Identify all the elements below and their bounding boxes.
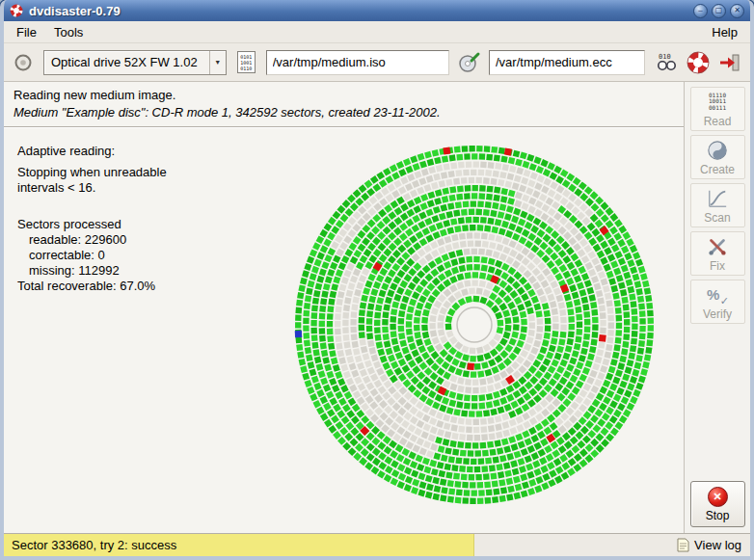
preferences-button[interactable]: 010: [653, 49, 679, 75]
chevron-down-icon: ▼: [209, 51, 226, 74]
create-button[interactable]: Create: [690, 135, 745, 179]
reading-note-line2: intervals < 16.: [17, 180, 167, 196]
sectors-heading: Sectors processed: [17, 217, 167, 232]
correctable-label: correctable:: [29, 248, 94, 262]
stop-icon: ✕: [708, 487, 728, 507]
help-button[interactable]: [685, 49, 711, 75]
verify-icon: % ✓: [707, 283, 728, 307]
total-label: Total recoverable:: [17, 279, 117, 293]
status-message: Sector 333680, try 2: success: [4, 534, 474, 556]
total-value: 67.0%: [120, 279, 155, 293]
window-title: dvdisaster-0.79: [29, 4, 121, 18]
view-log-button[interactable]: View log: [668, 538, 750, 552]
reading-note-line1: Stopping when unreadable: [17, 165, 167, 180]
quit-icon: [718, 51, 741, 74]
fix-label: Fix: [710, 259, 725, 273]
reading-panel: Adaptive reading: Stopping when unreadab…: [4, 128, 684, 533]
read-label: Read: [704, 115, 732, 128]
content-area: Reading new medium image. Medium "Exampl…: [4, 82, 750, 533]
total-recoverable: Total recoverable: 67.0%: [17, 279, 167, 294]
glasses-binary-icon: 010: [655, 51, 678, 74]
menu-item-tools[interactable]: Tools: [45, 23, 92, 41]
stop-label: Stop: [706, 509, 730, 522]
image-file-icon: 0101 1001 0110: [234, 50, 258, 75]
read-button[interactable]: 01110 10011 00111 Read: [690, 87, 745, 131]
lifebuoy-icon: [687, 51, 710, 74]
image-file-glyph: 0101 1001 0110: [240, 54, 252, 71]
statusbar: Sector 333680, try 2: success View log: [4, 533, 750, 556]
correctable-value: 0: [98, 248, 105, 262]
drive-selector-value: Optical drive 52X FW 1.02: [44, 55, 209, 69]
sidebar: 01110 10011 00111 Read Create: [684, 82, 750, 533]
menu-item-file[interactable]: File: [8, 23, 45, 41]
message-line-1: Reading new medium image.: [13, 88, 674, 102]
readable-value: 229600: [85, 232, 126, 247]
view-log-label: View log: [694, 538, 741, 552]
verify-label: Verify: [703, 307, 732, 321]
ecc-file-input[interactable]: [489, 50, 645, 75]
message-line-2: Medium "Example disc": CD-R mode 1, 3425…: [13, 105, 674, 120]
scan-icon: [707, 187, 728, 210]
drive-selector[interactable]: Optical drive 52X FW 1.02 ▼: [43, 50, 227, 75]
fix-button[interactable]: Fix: [690, 231, 745, 276]
maximize-button[interactable]: ▢: [712, 4, 726, 18]
drive-icon: [12, 50, 36, 75]
adaptive-reading-heading: Adaptive reading:: [17, 144, 167, 159]
fix-icon: [707, 235, 728, 258]
missing-value: 112992: [78, 263, 119, 278]
missing-label: missing:: [29, 263, 75, 278]
toolbar: Optical drive 52X FW 1.02 ▼ 0101 1001 01…: [4, 43, 750, 82]
message-area: Reading new medium image. Medium "Exampl…: [4, 82, 684, 126]
scan-label: Scan: [704, 211, 730, 225]
readable-row: readable: 229600: [17, 232, 167, 248]
verify-button[interactable]: % ✓ Verify: [690, 280, 745, 324]
menu-item-help[interactable]: Help: [703, 23, 746, 41]
image-file-input[interactable]: [266, 50, 449, 75]
readable-label: readable:: [29, 232, 81, 247]
titlebar[interactable]: dvdisaster-0.79 – ▢ ✕: [4, 0, 750, 21]
create-label: Create: [700, 163, 735, 176]
ecc-file-icon: [457, 50, 481, 75]
app-icon: [10, 4, 23, 17]
minimize-button[interactable]: –: [693, 4, 708, 18]
read-icon: 01110 10011 00111: [709, 91, 726, 114]
scan-button[interactable]: Scan: [690, 183, 745, 227]
app-window: dvdisaster-0.79 – ▢ ✕ File Tools Help Op…: [0, 0, 754, 560]
missing-row: missing: 112992: [17, 263, 167, 279]
quit-button[interactable]: [716, 49, 742, 75]
close-button[interactable]: ✕: [730, 4, 744, 18]
create-icon: [707, 139, 728, 162]
correctable-row: correctable: 0: [17, 248, 167, 263]
disc-spiral-visualization: [282, 132, 667, 518]
log-icon: [677, 538, 689, 552]
svg-text:010: 010: [659, 53, 671, 61]
menubar: File Tools Help: [4, 21, 750, 43]
stop-button[interactable]: ✕ Stop: [690, 481, 745, 527]
